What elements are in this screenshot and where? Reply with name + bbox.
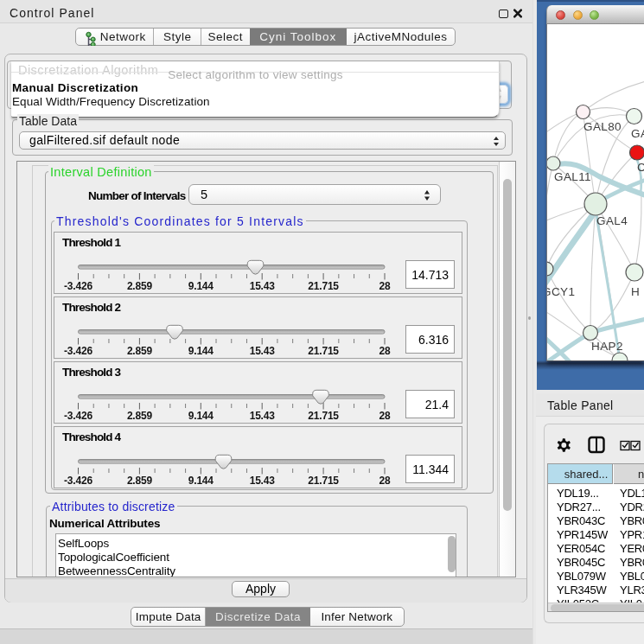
- svg-text:9.144: 9.144: [188, 280, 214, 292]
- svg-text:H: H: [631, 285, 640, 298]
- svg-text:2.859: 2.859: [127, 345, 153, 357]
- svg-text:2.859: 2.859: [127, 475, 153, 487]
- svg-text:HAP2: HAP2: [591, 340, 623, 353]
- svg-text:-3.426: -3.426: [64, 345, 92, 357]
- svg-text:C: C: [637, 161, 644, 174]
- svg-text:28: 28: [379, 410, 391, 422]
- svg-text:GA: GA: [631, 127, 644, 140]
- svg-text:21.715: 21.715: [308, 475, 339, 487]
- svg-text:21.715: 21.715: [308, 410, 339, 422]
- svg-text:9.144: 9.144: [188, 345, 214, 357]
- svg-text:GAL4: GAL4: [596, 214, 628, 227]
- svg-text:9.144: 9.144: [188, 475, 214, 487]
- svg-text:21.715: 21.715: [308, 280, 339, 292]
- svg-text:-3.426: -3.426: [64, 280, 92, 292]
- svg-text:GCY1: GCY1: [547, 285, 575, 298]
- svg-text:2.859: 2.859: [127, 280, 153, 292]
- svg-text:GAL80: GAL80: [583, 120, 622, 133]
- svg-text:15.43: 15.43: [250, 345, 276, 357]
- svg-text:15.43: 15.43: [250, 410, 276, 422]
- svg-text:28: 28: [379, 280, 391, 292]
- svg-text:15.43: 15.43: [250, 280, 276, 292]
- svg-text:21.715: 21.715: [308, 345, 339, 357]
- svg-text:-3.426: -3.426: [64, 410, 92, 422]
- svg-text:2.859: 2.859: [127, 410, 153, 422]
- svg-text:-3.426: -3.426: [64, 475, 92, 487]
- svg-text:28: 28: [379, 345, 391, 357]
- svg-text:GAL11: GAL11: [554, 170, 591, 183]
- svg-text:15.43: 15.43: [250, 475, 276, 487]
- svg-text:9.144: 9.144: [188, 410, 214, 422]
- svg-text:28: 28: [379, 475, 391, 487]
